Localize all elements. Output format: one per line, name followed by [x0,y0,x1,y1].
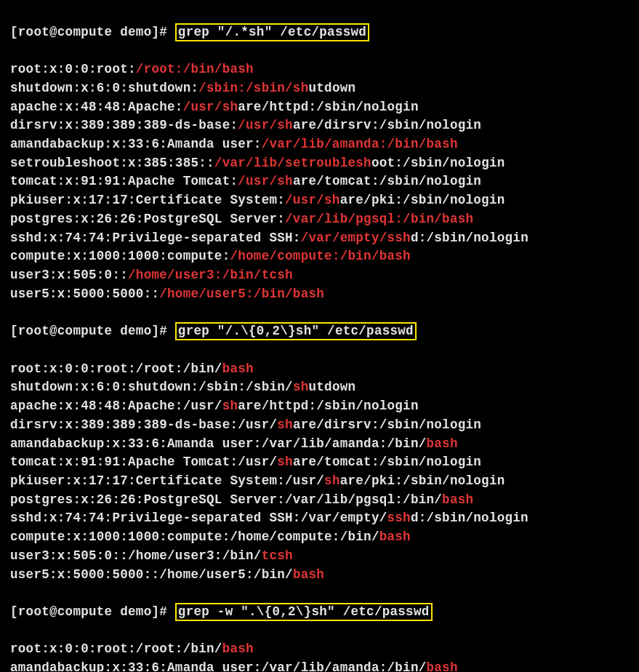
output-text: setroubleshoot:x:385:385:: [10,156,214,170]
output-text: compute:x:1000:1000:compute:/home/comput… [10,529,379,544]
output-text: apache:x:48:48:Apache: [10,100,183,114]
output-text: utdown [308,380,355,394]
output-text: are/pki:/sbin/nologin [340,473,505,488]
output-line: amandabackup:x:33:6:Amanda user:/var/lib… [10,659,636,672]
output-text: compute:x:1000:1000:compute: [10,249,230,263]
output-text: shutdown:x:6:0:shutdown:/sbin:/sbin/ [10,380,293,394]
grep-match-highlight: sh [324,473,340,488]
output-line: postgres:x:26:26:PostgreSQL Server:/var/… [10,491,636,510]
output-block-3: root:x:0:0:root:/root:/bin/bashamandabac… [10,640,636,672]
output-line: shutdown:x:6:0:shutdown:/sbin:/sbin/shut… [10,79,636,98]
grep-match-highlight: sh [277,417,293,432]
output-text: amandabackup:x:33:6:Amanda user: [10,137,262,151]
highlighted-command-1: grep "/.*sh" /etc/passwd [175,23,369,41]
output-text: are/dirsrv:/sbin/nologin [293,118,481,132]
output-text: sshd:x:74:74:Privilege-separated SSH: [10,231,301,245]
grep-match-highlight: bash [222,361,254,376]
output-text: root:x:0:0:root:/root:/bin/ [10,641,222,656]
output-text: tomcat:x:91:91:Apache Tomcat:/usr/ [10,455,277,469]
output-line: compute:x:1000:1000:compute:/home/comput… [10,528,636,547]
output-text: amandabackup:x:33:6:Amanda user:/var/lib… [10,436,427,451]
output-text: user3:x:505:0::/home/user3:/bin/ [10,548,262,563]
output-text: sshd:x:74:74:Privilege-separated SSH:/va… [10,511,387,525]
grep-match-highlight: ssh [387,511,410,525]
output-text: are/tomcat:/sbin/nologin [293,174,481,188]
grep-match-highlight: /var/lib/setroublesh [214,156,371,170]
grep-match-highlight: /usr/sh [285,193,340,207]
output-block-2: root:x:0:0:root:/root:/bin/bashshutdown:… [10,360,636,585]
grep-match-highlight: /var/lib/amanda:/bin/bash [262,137,458,151]
output-line: setroubleshoot:x:385:385::/var/lib/setro… [10,154,636,173]
grep-match-highlight: sh [222,399,238,413]
output-line: compute:x:1000:1000:compute:/home/comput… [10,247,636,266]
output-text: dirsrv:x:389:389:389-ds-base:/usr/ [10,417,277,432]
output-text: are/pki:/sbin/nologin [340,193,505,207]
output-line: apache:x:48:48:Apache:/usr/share/httpd:/… [10,98,636,117]
output-text: root:x:0:0:root: [10,62,136,76]
output-text: dirsrv:x:389:389:389-ds-base: [10,118,238,132]
grep-match-highlight: /var/lib/pgsql:/bin/bash [285,212,473,226]
output-line: user5:x:5000:5000::/home/user5:/bin/bash [10,566,636,585]
grep-match-highlight: /usr/sh [183,100,238,114]
output-line: user3:x:505:0::/home/user3:/bin/tcsh [10,266,636,285]
output-text: are/httpd:/sbin/nologin [238,399,418,413]
output-text: oot:/sbin/nologin [371,156,505,170]
output-line: dirsrv:x:389:389:389-ds-base:/usr/share/… [10,416,636,435]
grep-match-highlight: /home/user5:/bin/bash [159,287,324,301]
shell-prompt: [root@compute demo]# [10,25,175,39]
output-text: are/httpd:/sbin/nologin [238,100,418,114]
grep-match-highlight: /usr/sh [238,118,293,132]
output-line: user5:x:5000:5000::/home/user5:/bin/bash [10,285,636,304]
shell-prompt: [root@compute demo]# [10,324,175,338]
output-block-1: root:x:0:0:root:/root:/bin/bashshutdown:… [10,60,636,303]
grep-match-highlight: /var/empty/ssh [301,231,411,245]
output-line: postgres:x:26:26:PostgreSQL Server:/var/… [10,210,636,229]
terminal-output: [root@compute demo]# grep "/.*sh" /etc/p… [0,0,639,672]
output-line: amandabackup:x:33:6:Amanda user:/var/lib… [10,435,636,454]
grep-match-highlight: sh [293,380,309,394]
output-line: root:x:0:0:root:/root:/bin/bash [10,60,636,79]
output-text: user5:x:5000:5000::/home/user5:/bin/ [10,567,293,582]
grep-match-highlight: bash [379,529,411,544]
output-text: tomcat:x:91:91:Apache Tomcat: [10,174,238,188]
output-text: are/tomcat:/sbin/nologin [293,455,481,469]
grep-match-highlight: /home/compute:/bin/bash [230,249,410,263]
output-text: amandabackup:x:33:6:Amanda user:/var/lib… [10,660,427,672]
highlighted-command-2: grep "/.\{0,2\}sh" /etc/passwd [175,322,417,340]
output-line: shutdown:x:6:0:shutdown:/sbin:/sbin/shut… [10,378,636,397]
output-text: pkiuser:x:17:17:Certificate System: [10,193,285,207]
grep-match-highlight: sh [277,455,293,469]
output-text: user5:x:5000:5000:: [10,287,159,301]
grep-match-highlight: /root:/bin/bash [136,62,254,76]
output-text: d:/sbin/nologin [411,231,529,245]
grep-match-highlight: bash [427,660,458,672]
output-text: user3:x:505:0:: [10,268,128,282]
output-text: are/dirsrv:/sbin/nologin [293,417,481,432]
output-line: sshd:x:74:74:Privilege-separated SSH:/va… [10,229,636,248]
prompt-line-2: [root@compute demo]# grep "/.\{0,2\}sh" … [10,322,636,341]
output-text: postgres:x:26:26:PostgreSQL Server: [10,212,285,226]
output-line: sshd:x:74:74:Privilege-separated SSH:/va… [10,509,636,528]
grep-match-highlight: /sbin:/sbin/sh [198,81,308,95]
output-line: amandabackup:x:33:6:Amanda user:/var/lib… [10,135,636,154]
grep-match-highlight: bash [442,492,473,507]
grep-match-highlight: /home/user3:/bin/tcsh [128,268,293,282]
output-text: utdown [308,81,355,95]
output-line: user3:x:505:0::/home/user3:/bin/tcsh [10,547,636,566]
prompt-line-1: [root@compute demo]# grep "/.*sh" /etc/p… [10,23,636,42]
output-text: root:x:0:0:root:/root:/bin/ [10,361,222,376]
shell-prompt: [root@compute demo]# [10,604,175,619]
output-line: root:x:0:0:root:/root:/bin/bash [10,360,636,379]
grep-match-highlight: bash [293,567,324,582]
grep-match-highlight: /usr/sh [238,174,293,188]
output-text: apache:x:48:48:Apache:/usr/ [10,399,222,413]
output-text: shutdown:x:6:0:shutdown: [10,81,198,95]
output-line: tomcat:x:91:91:Apache Tomcat:/usr/share/… [10,453,636,472]
output-line: tomcat:x:91:91:Apache Tomcat:/usr/share/… [10,172,636,191]
output-line: pkiuser:x:17:17:Certificate System:/usr/… [10,191,636,210]
output-text: pkiuser:x:17:17:Certificate System:/usr/ [10,473,324,488]
output-line: dirsrv:x:389:389:389-ds-base:/usr/share/… [10,116,636,135]
output-line: apache:x:48:48:Apache:/usr/share/httpd:/… [10,397,636,416]
output-text: d:/sbin/nologin [411,511,529,525]
output-text: postgres:x:26:26:PostgreSQL Server:/var/… [10,492,442,507]
